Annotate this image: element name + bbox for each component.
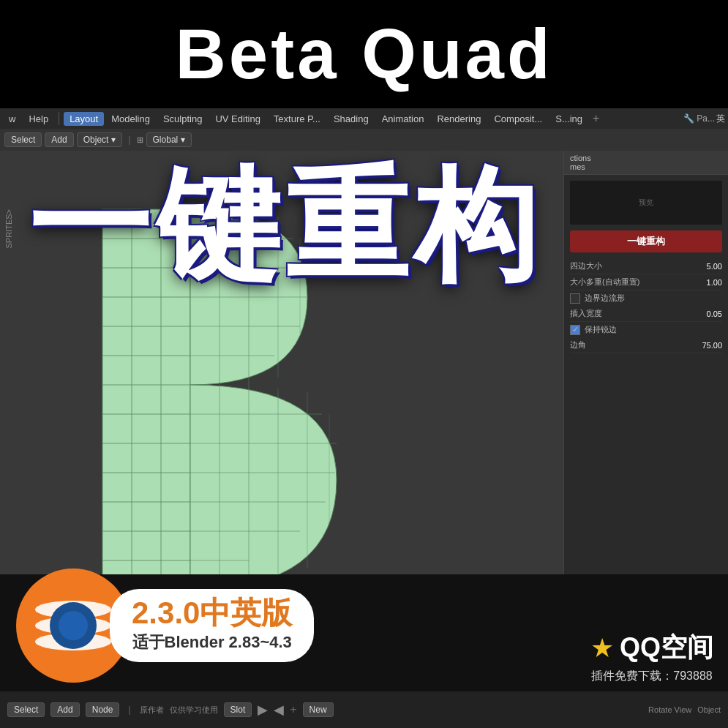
- lang-label: 英: [716, 113, 725, 125]
- tab-label2: mes: [570, 162, 585, 171]
- preview-area: 预览: [570, 181, 722, 225]
- menu-item-uv[interactable]: UV Editing: [209, 112, 266, 126]
- bottom-bar: Select Add Node | 原作者 仅供学习使用 Slot ▶ ◀ + …: [0, 691, 728, 728]
- bottom-author: 原作者: [140, 705, 164, 716]
- panel-section: 预览 一键重构 四边大小 5.00 大小多重(自动重置) 1.00 边界边流形 …: [564, 175, 728, 359]
- qq-sub: 插件免费下载：793888: [591, 669, 712, 684]
- app-title: Beta Quad: [175, 14, 552, 94]
- preview-label: 预览: [639, 198, 653, 208]
- menu-item-w[interactable]: w: [3, 112, 21, 126]
- boundary-checkbox[interactable]: [570, 293, 580, 304]
- bottom-slot[interactable]: Slot: [224, 702, 252, 717]
- menu-separator: [59, 112, 59, 125]
- top-banner: Beta Quad: [0, 0, 728, 108]
- menu-item-layout[interactable]: Layout: [64, 112, 104, 126]
- one-click-button[interactable]: 一键重构: [570, 230, 722, 252]
- qq-area: ★ QQ空间 插件免费下载：793888: [590, 630, 713, 684]
- row-label-4: 插入宽度: [570, 308, 602, 319]
- compat-text: 适于Blender 2.83~4.3: [132, 631, 292, 653]
- row-label-6: 边角: [570, 339, 586, 350]
- main-container: Beta Quad w Help Layout Modeling Sculpti…: [0, 0, 728, 728]
- version-badge: 2.3.0中英版 适于Blender 2.83~4.3: [110, 589, 314, 662]
- menu-item-sculpting[interactable]: Sculpting: [157, 112, 208, 126]
- rotate-view-label: Rotate View: [648, 705, 691, 714]
- menu-item-texture[interactable]: Texture P...: [268, 112, 326, 126]
- menu-item-rendering[interactable]: Rendering: [431, 112, 487, 126]
- panel-row-quad-size: 四边大小 5.00: [570, 258, 722, 274]
- panel-row-boundary: 边界边流形: [570, 290, 722, 306]
- menu-item-shading[interactable]: Shading: [328, 112, 375, 126]
- row-label-3: 边界边流形: [585, 293, 625, 304]
- bottom-add[interactable]: Add: [50, 702, 79, 717]
- row-value-6: 75.00: [702, 341, 722, 350]
- bottom-new[interactable]: New: [303, 702, 334, 717]
- menu-bar: w Help Layout Modeling Sculpting UV Edit…: [0, 108, 728, 129]
- panel-row-size-multi: 大小多重(自动重置) 1.00: [570, 274, 722, 290]
- menu-item-animation[interactable]: Animation: [376, 112, 430, 126]
- menu-item-help[interactable]: Help: [23, 112, 54, 126]
- menu-item-scripting[interactable]: S...ing: [549, 112, 588, 126]
- sharp-checkbox[interactable]: ✓: [570, 325, 580, 335]
- add-workspace-icon[interactable]: +: [593, 112, 599, 125]
- panel-tab: ctions mes: [564, 151, 728, 175]
- menu-item-compositing[interactable]: Composit...: [488, 112, 548, 126]
- panel-row-sharp: ✓ 保持锐边: [570, 322, 722, 337]
- qq-label: QQ空间: [620, 630, 713, 666]
- svg-point-43: [59, 611, 88, 640]
- user-icon: 🔧 Pa...: [683, 113, 715, 124]
- chinese-title-text: 一键重构: [28, 144, 543, 310]
- qq-icon-area: ★ QQ空间: [590, 630, 713, 666]
- panel-row-inset: 插入宽度 0.05: [570, 306, 722, 322]
- bottom-node[interactable]: Node: [86, 702, 120, 717]
- star-icon: ★: [590, 633, 614, 664]
- row-value-2: 1.00: [707, 278, 722, 287]
- row-label-1: 四边大小: [570, 260, 602, 271]
- bottom-plus[interactable]: +: [290, 703, 296, 716]
- bottom-notice: 仅供学习使用: [170, 705, 218, 716]
- object-label-bottom: Object: [697, 705, 721, 714]
- version-text: 2.3.0中英版: [132, 598, 292, 628]
- bottom-sep: |: [128, 705, 130, 715]
- menu-item-modeling[interactable]: Modeling: [105, 112, 156, 126]
- tab-label: ctions: [570, 154, 591, 162]
- row-label-5: 保持锐边: [585, 324, 617, 335]
- panel-row-angle: 边角 75.00: [570, 337, 722, 353]
- bottom-prev[interactable]: ◀: [274, 702, 284, 718]
- row-value-1: 5.00: [707, 262, 722, 271]
- row-value-4: 0.05: [707, 309, 722, 318]
- bottom-play[interactable]: ▶: [258, 702, 268, 718]
- chinese-title-overlay: 一键重构: [0, 143, 571, 311]
- blender-logo-area: 2.3.0中英版 适于Blender 2.83~4.3: [15, 567, 314, 684]
- row-label-2: 大小多重(自动重置): [570, 277, 639, 288]
- bottom-select[interactable]: Select: [7, 702, 45, 717]
